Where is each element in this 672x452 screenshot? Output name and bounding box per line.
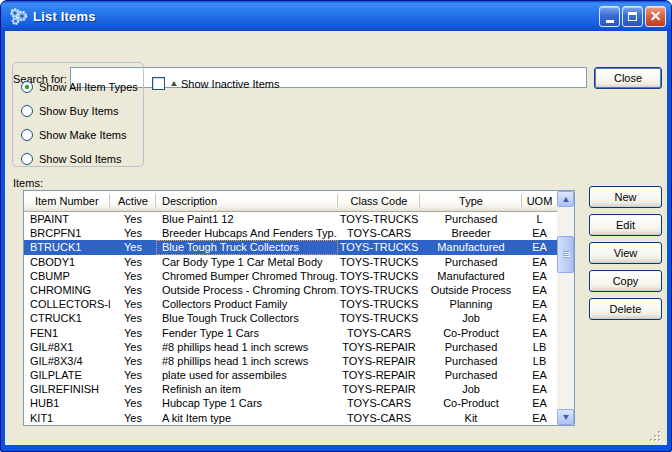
radio-show-buy-items[interactable]: Show Buy Items (13, 99, 143, 123)
table-cell: TOYS-REPAIR (338, 340, 420, 354)
close-dialog-button[interactable]: Close (594, 67, 662, 89)
maximize-button[interactable] (622, 6, 643, 27)
table-cell: GIL#8X1 (24, 340, 110, 354)
table-cell: CBUMP (24, 269, 110, 283)
delete-button[interactable]: Delete (589, 298, 662, 320)
table-cell: Yes (110, 354, 156, 368)
table-cell: Yes (110, 212, 156, 226)
dialog-body: Search for: Close Show All Item Types Sh… (5, 31, 667, 445)
table-cell: L (522, 212, 557, 226)
copy-button[interactable]: Copy (589, 270, 662, 292)
table-cell: Planning (420, 297, 522, 311)
table-cell: Blue Paint1 12 (156, 212, 338, 226)
column-header-description[interactable]: Description (156, 191, 338, 211)
table-cell: EA (522, 411, 557, 425)
table-cell: Chromed Bumper Chromed Throug... (156, 269, 338, 283)
show-inactive-row: Show Inactive Items (152, 77, 279, 90)
window-title: List Items (33, 9, 96, 24)
table-cell: TOYS-REPAIR (338, 382, 420, 396)
table-cell: TOYS-TRUCKS (338, 297, 420, 311)
table-cell: Yes (110, 396, 156, 410)
radio-label: Show Make Items (39, 129, 126, 141)
table-row[interactable]: GIL#8X3/4Yes#8 phillips head 1 inch scre… (24, 354, 557, 368)
table-cell: Co-Product (420, 396, 522, 410)
table-row[interactable]: KIT1YesA kit Item typeTOYS-CARSKitEA (24, 411, 557, 425)
table-cell: TOYS-TRUCKS (338, 212, 420, 226)
table-cell: Job (420, 382, 522, 396)
column-header-active[interactable]: Active (110, 191, 156, 211)
table-row[interactable]: FEN1YesFender Type 1 CarsTOYS-CARSCo-Pro… (24, 326, 557, 340)
table-cell: Purchased (420, 255, 522, 269)
radio-show-all-item-types[interactable]: Show All Item Types (13, 75, 143, 99)
view-button[interactable]: View (589, 242, 662, 264)
minimize-button[interactable] (599, 6, 620, 27)
table-cell: TOYS-CARS (338, 326, 420, 340)
radio-show-sold-items[interactable]: Show Sold Items (13, 147, 143, 171)
column-header-class-code[interactable]: Class Code (338, 191, 420, 211)
table-cell: EA (522, 396, 557, 410)
table-cell: #8 phillips head 1 inch screws (156, 340, 338, 354)
table-cell: Blue Tough Truck Collectors (156, 311, 338, 325)
table-cell: TOYS-CARS (338, 411, 420, 425)
radio-label: Show Buy Items (39, 105, 118, 117)
table-cell: GILPLATE (24, 368, 110, 382)
table-row[interactable]: GILREFINISHYesRefinish an itemTOYS-REPAI… (24, 382, 557, 396)
table-row[interactable]: BTRUCK1YesBlue Tough Truck CollectorsTOY… (24, 240, 557, 254)
table-row[interactable]: GILPLATEYesplate used for assembilesTOYS… (24, 368, 557, 382)
radio-icon (21, 81, 33, 93)
table-cell: Yes (110, 240, 156, 254)
table-cell: EA (522, 283, 557, 297)
table-cell: GILREFINISH (24, 382, 110, 396)
resize-grip[interactable] (650, 431, 652, 433)
scrollbar-down-button[interactable] (557, 409, 574, 425)
table-row[interactable]: CHROMINGYesOutside Process - Chroming Ch… (24, 283, 557, 297)
table-row[interactable]: BRCPFN1YesBreeder Hubcaps And Fenders Ty… (24, 226, 557, 240)
table-cell: CBODY1 (24, 255, 110, 269)
table-cell: BRCPFN1 (24, 226, 110, 240)
table-cell: Yes (110, 368, 156, 382)
table-cell: Purchased (420, 340, 522, 354)
table-cell: Yes (110, 326, 156, 340)
table-row[interactable]: HUB1YesHubcap Type 1 CarsTOYS-CARSCo-Pro… (24, 396, 557, 410)
new-button[interactable]: New (589, 186, 662, 208)
titlebar[interactable]: List Items ✕ (1, 1, 671, 31)
table-cell: Yes (110, 340, 156, 354)
edit-button[interactable]: Edit (589, 214, 662, 236)
table-cell: Refinish an item (156, 382, 338, 396)
table-cell: CHROMING (24, 283, 110, 297)
maximize-icon (628, 12, 637, 21)
show-inactive-checkbox[interactable] (152, 77, 165, 90)
radio-icon (21, 129, 33, 141)
column-header-type[interactable]: Type (420, 191, 522, 211)
search-input[interactable] (70, 67, 587, 88)
table-row[interactable]: CTRUCK1YesBlue Tough Truck CollectorsTOY… (24, 311, 557, 325)
radio-show-make-items[interactable]: Show Make Items (13, 123, 143, 147)
table-row[interactable]: BPAINTYesBlue Paint1 12TOYS-TRUCKSPurcha… (24, 212, 557, 226)
items-table: Item Number Active Description Class Cod… (23, 190, 575, 426)
table-cell: BPAINT (24, 212, 110, 226)
radio-label: Show Sold Items (39, 153, 122, 165)
table-cell: CTRUCK1 (24, 311, 110, 325)
vertical-scrollbar[interactable] (557, 191, 574, 425)
table-row[interactable]: COLLECTORS-LINEYesCollectors Product Fam… (24, 297, 557, 311)
table-row[interactable]: CBUMPYesChromed Bumper Chromed Throug...… (24, 269, 557, 283)
table-row[interactable]: CBODY1YesCar Body Type 1 Car Metal BodyT… (24, 255, 557, 269)
items-label: Items: (13, 177, 43, 189)
table-cell: Outside Process (420, 283, 522, 297)
table-cell: GIL#8X3/4 (24, 354, 110, 368)
scrollbar-up-button[interactable] (557, 191, 574, 207)
table-header: Item Number Active Description Class Cod… (24, 191, 557, 212)
table-cell: FEN1 (24, 326, 110, 340)
table-row[interactable]: GIL#8X1Yes#8 phillips head 1 inch screws… (24, 340, 557, 354)
table-cell: Breeder (420, 226, 522, 240)
table-cell: Breeder Hubcaps And Fenders Typ... (156, 226, 338, 240)
table-cell: TOYS-TRUCKS (338, 240, 420, 254)
column-header-uom[interactable]: UOM (522, 191, 557, 211)
close-window-button[interactable]: ✕ (645, 6, 666, 27)
arrow-down-icon (563, 415, 569, 420)
table-cell: Manufactured (420, 269, 522, 283)
scrollbar-thumb[interactable] (557, 236, 574, 273)
radio-label: Show All Item Types (39, 81, 138, 93)
table-cell: EA (522, 269, 557, 283)
column-header-item-number[interactable]: Item Number (24, 191, 110, 211)
